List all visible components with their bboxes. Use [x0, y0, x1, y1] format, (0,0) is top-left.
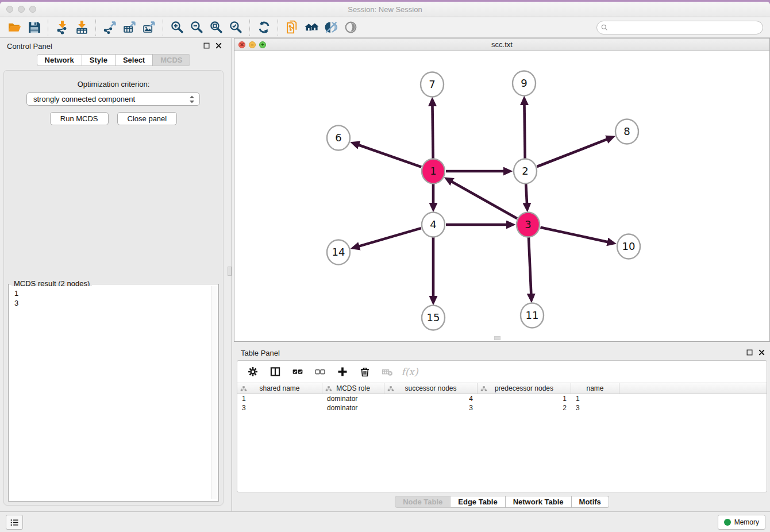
copy-network-button[interactable] [282, 19, 302, 36]
graph-edge-4-14[interactable] [359, 228, 421, 246]
graph-node-14[interactable]: 14 [327, 240, 350, 265]
graph-edge-1-7[interactable] [432, 106, 433, 159]
save-button[interactable] [24, 19, 44, 36]
graphics-details-button[interactable] [321, 19, 341, 36]
mcds-result-text[interactable]: 1 3 [10, 286, 217, 310]
open-button[interactable] [5, 19, 24, 36]
tab-network-table[interactable]: Network Table [506, 496, 572, 508]
table-cell[interactable]: 4 [384, 394, 478, 403]
control-panel-title: Control Panel [7, 42, 52, 51]
graph-node-15[interactable]: 15 [422, 306, 445, 330]
graph-node-8[interactable]: 8 [615, 119, 638, 144]
graph-edge-2-9[interactable] [524, 105, 525, 159]
run-mcds-button[interactable]: Run MCDS [50, 112, 109, 125]
deselect-all-button[interactable] [314, 365, 326, 378]
graph-node-9[interactable]: 9 [513, 71, 536, 96]
minimize-window-button[interactable] [18, 6, 25, 13]
tab-mcds[interactable]: MCDS [153, 54, 190, 66]
network-close-button[interactable]: ✕ [238, 41, 245, 48]
search-input[interactable] [596, 21, 763, 34]
graph-node-1[interactable]: 1 [422, 159, 445, 184]
table-row[interactable]: 1dominator411 [237, 394, 767, 403]
graph-edge-1-6[interactable] [359, 145, 421, 167]
graph-node-11[interactable]: 11 [521, 303, 544, 328]
table-cell[interactable]: 1 [237, 394, 322, 403]
column-header-MCDS-role[interactable]: MCDS role [322, 383, 384, 394]
canvas-hscroll-thumb[interactable] [494, 336, 500, 340]
gear-button[interactable] [247, 365, 259, 378]
graph-node-2[interactable]: 2 [514, 159, 537, 184]
zoom-out-button[interactable] [187, 19, 206, 36]
close-table-panel-icon[interactable] [758, 349, 765, 356]
float-table-panel-icon[interactable] [746, 349, 753, 356]
table-panel: Table Panel f(x) shared nameMCDS rolesuc… [234, 345, 770, 511]
graph-node-7[interactable]: 7 [421, 72, 444, 97]
float-panel-icon[interactable] [203, 42, 210, 49]
graph-edge-3-11[interactable] [529, 237, 531, 294]
column-header-predecessor-nodes[interactable]: predecessor nodes [478, 383, 571, 394]
tab-network[interactable]: Network [37, 54, 82, 66]
network-zoom-button[interactable]: + [259, 41, 266, 48]
criterion-select[interactable]: strongly connected component [26, 92, 200, 106]
graph-node-6[interactable]: 6 [327, 126, 350, 151]
memory-button[interactable]: Memory [718, 515, 765, 530]
svg-text:14: 14 [332, 246, 345, 258]
select-all-button[interactable] [291, 365, 304, 378]
delete-column-icon [382, 366, 393, 377]
panel-splitter[interactable] [227, 38, 234, 511]
table-cell[interactable]: 1 [478, 394, 571, 403]
table-cell[interactable]: 3 [384, 403, 478, 413]
tab-select[interactable]: Select [116, 54, 153, 66]
table-row[interactable]: 3dominator323 [237, 403, 767, 413]
refresh-button[interactable] [254, 19, 274, 36]
graph-edge-2-3[interactable] [526, 184, 527, 203]
table-cell[interactable]: 2 [478, 403, 571, 413]
close-window-button[interactable] [6, 6, 13, 13]
graph-node-3[interactable]: 3 [517, 213, 540, 237]
table-cell[interactable]: dominator [322, 403, 384, 413]
add-button[interactable] [336, 365, 349, 378]
svg-text:2: 2 [522, 165, 528, 177]
optimization-criterion-label: Optimization criterion: [4, 80, 223, 88]
task-history-button[interactable] [6, 515, 23, 530]
export-image-button[interactable] [139, 19, 159, 36]
zoom-window-button[interactable] [29, 6, 36, 13]
export-table-button[interactable] [120, 19, 139, 36]
export-network-button[interactable] [100, 19, 120, 36]
zoom-in-button[interactable] [167, 19, 187, 36]
graph-edge-3-10[interactable] [540, 228, 607, 242]
tab-node-table[interactable]: Node Table [395, 496, 451, 508]
tab-motifs[interactable]: Motifs [572, 496, 609, 508]
graph-node-10[interactable]: 10 [617, 234, 640, 259]
table-cell[interactable]: dominator [322, 394, 384, 403]
import-network-button[interactable] [52, 19, 72, 36]
zoom-selected-button[interactable] [226, 19, 245, 36]
table-cell[interactable]: 3 [571, 403, 619, 413]
home-button[interactable] [302, 19, 321, 36]
network-canvas[interactable]: 7968124314101511 [234, 51, 769, 341]
table-cell[interactable]: 1 [571, 394, 619, 403]
close-panel-icon[interactable] [215, 42, 222, 49]
column-header-successor-nodes[interactable]: successor nodes [384, 383, 478, 394]
tab-style[interactable]: Style [82, 54, 116, 66]
import-table-button[interactable] [72, 19, 91, 36]
svg-text:7: 7 [429, 78, 435, 90]
graph-edge-3-1[interactable] [452, 182, 517, 218]
columns-button[interactable] [269, 365, 282, 378]
zoom-selected-icon [229, 20, 243, 34]
graph-edge-2-8[interactable] [537, 139, 607, 167]
table-header-row: shared nameMCDS rolesuccessor nodesprede… [237, 383, 767, 394]
table-cell[interactable]: 3 [237, 403, 322, 413]
graph-node-4[interactable]: 4 [422, 213, 445, 237]
zoom-fit-button[interactable] [206, 19, 226, 36]
delete-button[interactable] [359, 365, 371, 378]
splitter-grip-icon[interactable] [228, 267, 232, 276]
column-header-name[interactable]: name [571, 383, 619, 394]
result-scrollbar[interactable] [211, 286, 217, 499]
network-minimize-button[interactable]: − [249, 41, 256, 48]
tab-edge-table[interactable]: Edge Table [451, 496, 505, 508]
eye-button[interactable] [341, 19, 360, 36]
refresh-icon [257, 20, 271, 34]
column-header-shared-name[interactable]: shared name [237, 383, 322, 394]
close-panel-button[interactable]: Close panel [117, 112, 178, 125]
